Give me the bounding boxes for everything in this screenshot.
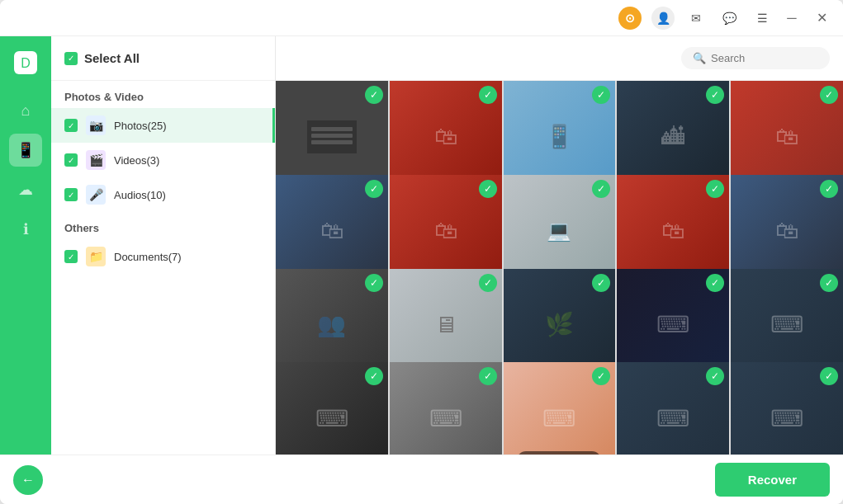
- title-bar-icons: ⊙ 👤 ✉ 💬 ☰: [618, 7, 774, 30]
- svg-rect-5: [311, 140, 353, 144]
- app-window: ⊙ 👤 ✉ 💬 ☰ ─ ✕ D ⌂ 📱 ☁ ℹ ✓ Select A: [0, 0, 843, 504]
- audios-label: Audios(10): [114, 189, 166, 201]
- coin-icon[interactable]: ⊙: [618, 7, 642, 30]
- photo-grid: ✓ 🛍 ✓ 📱 ✓ 🏙 ✓ 南疆数坚 富贫为民 🛍 ✓: [276, 81, 843, 455]
- back-button[interactable]: ←: [13, 465, 43, 495]
- check-overlay-15: ✓: [820, 274, 838, 292]
- select-all-row[interactable]: ✓ Select All: [51, 36, 275, 81]
- documents-icon: 📁: [86, 247, 106, 266]
- documents-checkbox[interactable]: ✓: [64, 250, 78, 263]
- nav-phone-button[interactable]: 📱: [9, 134, 42, 167]
- sidebar: ✓ Select All Photos & Video ✓ 📷 Photos(2…: [51, 36, 276, 455]
- search-box[interactable]: 🔍: [681, 47, 830, 69]
- chat-icon[interactable]: 💬: [717, 7, 741, 30]
- check-overlay-14: ✓: [706, 274, 724, 292]
- svg-text:D: D: [21, 56, 31, 70]
- photo-cell-17[interactable]: ⌨ ✓: [390, 362, 502, 455]
- check-overlay-12: ✓: [479, 274, 497, 292]
- audios-icon: 🎤: [86, 185, 106, 205]
- svg-rect-4: [311, 134, 353, 138]
- documents-label: Documents(7): [114, 251, 182, 263]
- photo-cell-20[interactable]: ⌨ ✓: [731, 362, 843, 455]
- photos-checkbox[interactable]: ✓: [64, 119, 78, 132]
- user-icon[interactable]: 👤: [651, 7, 675, 30]
- others-section: Others ✓ 📁 Documents(7): [51, 212, 275, 274]
- others-header: Others: [51, 212, 275, 239]
- photos-video-section: Photos & Video ✓ 📷 Photos(25) ✓ 🎬 Videos…: [51, 81, 275, 212]
- audios-checkbox[interactable]: ✓: [64, 188, 78, 201]
- search-icon: 🔍: [693, 52, 706, 64]
- photos-icon: 📷: [86, 115, 106, 135]
- mail-icon[interactable]: ✉: [684, 7, 708, 30]
- main-layout: D ⌂ 📱 ☁ ℹ ✓ Select All Photos & Video ✓ …: [0, 36, 843, 455]
- title-bar: ⊙ 👤 ✉ 💬 ☰ ─ ✕: [0, 0, 843, 36]
- window-controls: ─ ✕: [780, 7, 833, 30]
- photo-cell-19[interactable]: ⌨ ✓: [617, 362, 729, 455]
- check-overlay-8: ✓: [592, 180, 610, 198]
- videos-checkbox[interactable]: ✓: [64, 153, 78, 167]
- select-all-label: Select All: [84, 51, 140, 65]
- check-overlay-1: ✓: [365, 86, 383, 104]
- recover-button[interactable]: Recover: [715, 463, 830, 497]
- photo-cell-16[interactable]: ⌨ ✓: [276, 362, 388, 455]
- photos-label: Photos(25): [114, 120, 167, 132]
- search-input[interactable]: [711, 52, 818, 64]
- photo-cell-18[interactable]: ⌨ ✓ << < 1 / 2 > >>: [504, 362, 616, 455]
- select-all-checkbox[interactable]: ✓: [64, 52, 78, 65]
- videos-label: Videos(3): [114, 154, 159, 167]
- content-toolbar: 🔍: [276, 36, 843, 81]
- sidebar-item-photos[interactable]: ✓ 📷 Photos(25): [51, 108, 275, 143]
- close-button[interactable]: ✕: [810, 7, 833, 30]
- bottom-bar: ← Recover: [0, 455, 843, 504]
- photos-video-header: Photos & Video: [51, 81, 275, 108]
- check-overlay-7: ✓: [479, 180, 497, 198]
- check-overlay-17: ✓: [479, 367, 497, 385]
- check-overlay-10: ✓: [820, 180, 838, 198]
- minimize-button[interactable]: ─: [780, 7, 803, 30]
- sidebar-item-documents[interactable]: ✓ 📁 Documents(7): [51, 239, 275, 274]
- sidebar-item-videos[interactable]: ✓ 🎬 Videos(3): [51, 143, 275, 177]
- check-overlay-2: ✓: [479, 86, 497, 104]
- nav-info-button[interactable]: ℹ: [9, 213, 42, 246]
- nav-icon-app: D: [9, 46, 42, 79]
- check-overlay-5: ✓: [820, 86, 838, 104]
- nav-home-button[interactable]: ⌂: [9, 94, 42, 127]
- menu-icon[interactable]: ☰: [751, 7, 774, 30]
- svg-rect-3: [311, 127, 353, 131]
- check-overlay-6: ✓: [365, 180, 383, 198]
- content-area: 🔍 ✓ 🛍 ✓ 📱 ✓: [276, 36, 843, 455]
- left-nav: D ⌂ 📱 ☁ ℹ: [0, 36, 51, 455]
- check-overlay-9: ✓: [706, 180, 724, 198]
- sidebar-item-audios[interactable]: ✓ 🎤 Audios(10): [51, 177, 275, 212]
- check-overlay-16: ✓: [365, 367, 383, 385]
- check-overlay-13: ✓: [592, 274, 610, 292]
- check-overlay-11: ✓: [365, 274, 383, 292]
- nav-cloud-button[interactable]: ☁: [9, 173, 42, 206]
- videos-icon: 🎬: [86, 150, 106, 170]
